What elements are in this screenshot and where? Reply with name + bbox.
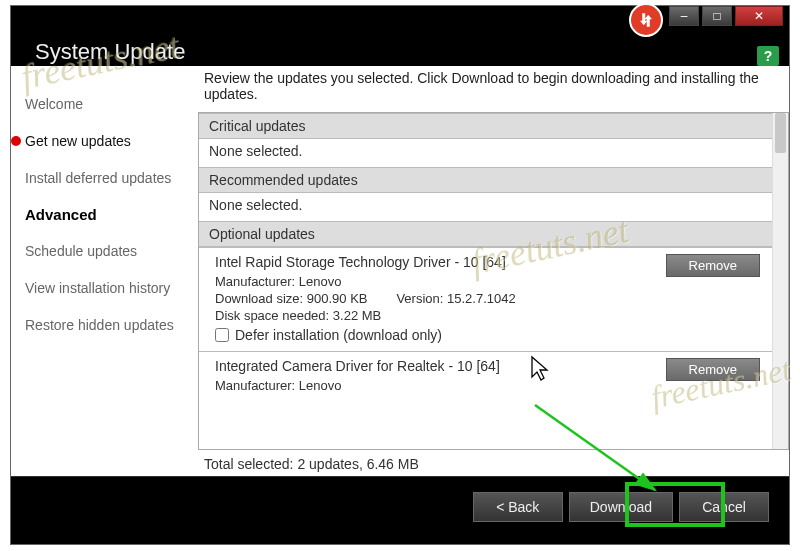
remove-button[interactable]: Remove [666,254,760,277]
main-panel: Review the updates you selected. Click D… [196,66,789,476]
update-size-version: Download size: 900.90 KB Version: 15.2.7… [215,291,762,306]
update-item: Remove Intel Rapid Storage Technology Dr… [199,247,772,351]
scrollbar[interactable] [772,113,788,449]
instruction-text: Review the updates you selected. Click D… [198,66,789,112]
update-badge-icon [629,3,663,37]
sidebar-item-welcome[interactable]: Welcome [11,86,196,123]
sidebar-item-view-history[interactable]: View installation history [11,270,196,307]
minimize-button[interactable]: – [669,6,699,26]
summary-text: Total selected: 2 updates, 6.46 MB [198,450,789,476]
body-area: Welcome Get new updates Install deferred… [11,66,789,476]
remove-button[interactable]: Remove [666,358,760,381]
window-controls: – □ ✕ [669,6,783,26]
footer-bar: < Back Download Cancel [11,476,789,536]
section-header-optional: Optional updates [199,221,772,247]
section-header-recommended: Recommended updates [199,167,772,193]
defer-label: Defer installation (download only) [235,327,442,343]
help-icon[interactable]: ? [757,46,779,66]
update-disk-space: Disk space needed: 3.22 MB [215,308,762,323]
maximize-button[interactable]: □ [702,6,732,26]
section-header-critical: Critical updates [199,113,772,139]
sidebar-item-restore-hidden[interactable]: Restore hidden updates [11,307,196,344]
back-button[interactable]: < Back [473,492,563,522]
download-button[interactable]: Download [569,492,673,522]
section-body-recommended: None selected. [199,193,772,221]
defer-row: Defer installation (download only) [215,327,762,343]
sidebar-heading-advanced: Advanced [11,196,196,233]
updates-scroll-area: Critical updates None selected. Recommen… [198,112,789,450]
section-body-critical: None selected. [199,139,772,167]
update-item: Remove Integrated Camera Driver for Real… [199,351,772,403]
sidebar-item-schedule-updates[interactable]: Schedule updates [11,233,196,270]
app-title: System Update [35,39,185,65]
close-button[interactable]: ✕ [735,6,783,26]
sidebar-item-get-new-updates[interactable]: Get new updates [11,123,196,160]
title-bar: System Update – □ ✕ ? [11,6,789,66]
scrollbar-thumb[interactable] [775,113,786,153]
sidebar-item-install-deferred[interactable]: Install deferred updates [11,160,196,197]
updates-list: Critical updates None selected. Recommen… [199,113,772,449]
app-window: System Update – □ ✕ ? Welcome Get new up… [10,5,790,545]
sidebar: Welcome Get new updates Install deferred… [11,66,196,476]
defer-checkbox[interactable] [215,328,229,342]
cancel-button[interactable]: Cancel [679,492,769,522]
